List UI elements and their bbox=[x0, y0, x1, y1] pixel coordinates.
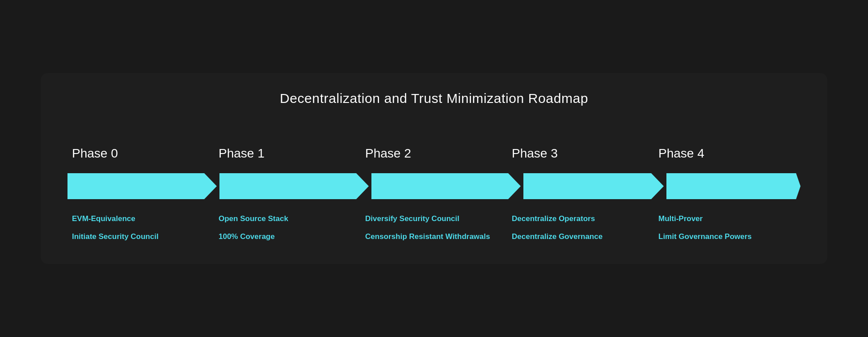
phase-2-item-2: Censorship Resistant Withdrawals bbox=[365, 231, 503, 242]
svg-marker-4 bbox=[666, 173, 801, 199]
svg-marker-1 bbox=[219, 173, 369, 199]
phase-3-items: Decentralize Operators Decentralize Gove… bbox=[507, 213, 654, 242]
svg-marker-0 bbox=[67, 173, 217, 199]
phase-2-items: Diversify Security Council Censorship Re… bbox=[361, 213, 507, 242]
arrows-row bbox=[67, 173, 801, 199]
phase-3-label: Phase 3 bbox=[507, 146, 654, 161]
main-title: Decentralization and Trust Minimization … bbox=[67, 91, 801, 106]
phase-4-item-2: Limit Governance Powers bbox=[658, 231, 796, 242]
phase-4-label: Phase 4 bbox=[654, 146, 801, 161]
phase-2-item-1: Diversify Security Council bbox=[365, 213, 503, 224]
phase-1-items: Open Source Stack 100% Coverage bbox=[214, 213, 361, 242]
labels-row: Phase 0 Phase 1 Phase 2 Phase 3 Phase 4 bbox=[67, 146, 801, 161]
items-row: EVM-Equivalence Initiate Security Counci… bbox=[67, 213, 801, 242]
progress-arrows bbox=[67, 173, 801, 199]
phase-4-item-1: Multi-Prover bbox=[658, 213, 796, 224]
phase-0-item-2: Initiate Security Council bbox=[72, 231, 210, 242]
phase-1-item-2: 100% Coverage bbox=[219, 231, 356, 242]
svg-marker-2 bbox=[371, 173, 521, 199]
svg-marker-3 bbox=[523, 173, 664, 199]
phase-1-item-1: Open Source Stack bbox=[219, 213, 356, 224]
phase-3-item-1: Decentralize Operators bbox=[512, 213, 649, 224]
phase-4-items: Multi-Prover Limit Governance Powers bbox=[654, 213, 801, 242]
phase-0-items: EVM-Equivalence Initiate Security Counci… bbox=[67, 213, 214, 242]
phase-2-label: Phase 2 bbox=[361, 146, 507, 161]
phase-0-item-1: EVM-Equivalence bbox=[72, 213, 210, 224]
phase-1-label: Phase 1 bbox=[214, 146, 361, 161]
phase-0-label: Phase 0 bbox=[67, 146, 214, 161]
phase-3-item-2: Decentralize Governance bbox=[512, 231, 649, 242]
roadmap-container: Decentralization and Trust Minimization … bbox=[41, 73, 827, 264]
